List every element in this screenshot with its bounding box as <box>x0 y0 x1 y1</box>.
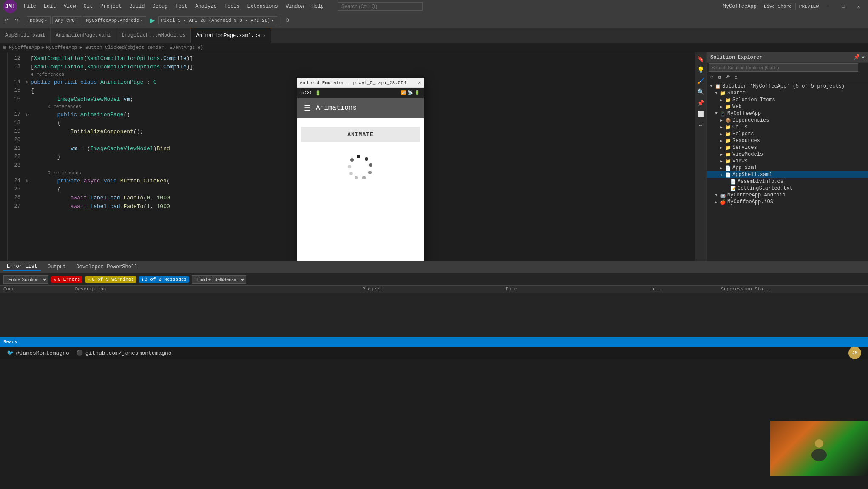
paintbrush-icon[interactable]: 🖌️ <box>696 76 706 85</box>
menu-help[interactable]: Help <box>308 3 327 10</box>
solution-explorer-tree: ▼ 📋 Solution 'MyCoffeeApp' (5 of 5 proje… <box>707 82 868 261</box>
vs-logo: JM! <box>3 0 17 13</box>
tree-item-services[interactable]: ▶ 📁 Services <box>707 144 868 151</box>
lightbulb-icon[interactable]: 💡 <box>696 65 706 74</box>
toolbar: ↩ ↪ Debug ▾ Any CPU ▾ MyCoffeeApp.Androi… <box>0 13 868 28</box>
menu-view[interactable]: View <box>60 3 79 10</box>
emulator-app-title: Animations <box>316 104 357 112</box>
warning-count-badge: ⚠ 0 of 3 Warnings <box>85 276 136 283</box>
menu-extensions[interactable]: Extensions <box>244 3 281 10</box>
toolbar-redo[interactable]: ↪ <box>12 17 21 24</box>
debug-mode-dropdown[interactable]: Debug ▾ <box>27 16 51 24</box>
tree-item-solution-items[interactable]: ▶ 📁 Solution Items <box>707 97 868 103</box>
cpu-dropdown[interactable]: Any CPU ▾ <box>52 16 82 24</box>
error-scope-dropdown[interactable]: Entire Solution <box>3 275 48 284</box>
toolbar-undo[interactable]: ↩ <box>2 17 11 24</box>
se-sync-button[interactable]: ⟳ <box>709 74 716 81</box>
run-button[interactable]: ▶ <box>148 16 156 24</box>
menu-project[interactable]: Project <box>97 3 125 10</box>
menu-analyze[interactable]: Analyze <box>192 3 220 10</box>
warning-icon: ⚠ <box>88 277 91 282</box>
chevron-down-icon2: ▾ <box>76 17 79 23</box>
tree-item-cells[interactable]: ▶ 📁 Cells <box>707 124 868 131</box>
github-item[interactable]: ⚫ github.com/jamesmontemagno <box>76 350 172 356</box>
loading-spinner <box>348 155 373 180</box>
global-search-input[interactable] <box>338 2 423 11</box>
video-thumbnail <box>770 421 868 476</box>
close-button[interactable]: ✕ <box>853 2 865 11</box>
twitter-item[interactable]: 🐦 @JamesMontemagno <box>7 350 69 356</box>
error-list-header: Error List Output Developer PowerShell <box>0 261 868 273</box>
tree-item-views[interactable]: ▶ 📁 Views <box>707 158 868 165</box>
se-collapse-button[interactable]: ⊟ <box>733 74 739 81</box>
user-avatar: JM <box>848 347 861 359</box>
menu-build[interactable]: Build <box>126 3 148 10</box>
status-text: Ready <box>3 339 17 344</box>
error-icon: ✕ <box>54 277 57 282</box>
avatar-initials: JM <box>852 351 857 355</box>
menu-file[interactable]: File <box>20 3 40 10</box>
menu-git[interactable]: Git <box>80 3 96 10</box>
tree-item-viewmodels[interactable]: ▶ 📁 ViewModels <box>707 151 868 158</box>
tree-item-solution[interactable]: ▼ 📋 Solution 'MyCoffeeApp' (5 of 5 proje… <box>707 83 868 90</box>
tree-item-ios[interactable]: ▶ 🍎 MyCoffeeApp.iOS <box>707 199 868 205</box>
zoom-icon[interactable]: 🔍 <box>696 87 706 97</box>
tab-appshell[interactable]: AppShell.xaml <box>0 28 51 43</box>
tree-item-appxaml[interactable]: ▶ 📄 App.xaml <box>707 165 868 171</box>
tree-item-appshell[interactable]: ▷ 📄 AppShell.xaml <box>707 171 868 178</box>
tab-developer-powershell[interactable]: Developer PowerShell <box>73 263 141 271</box>
error-count-label: 0 Errors <box>58 277 80 282</box>
pin-icon[interactable]: 📌 <box>696 98 706 108</box>
tab-imagecache-label: ImageCach...wModel.cs <box>121 32 185 38</box>
expand-icon[interactable]: ⬜ <box>696 109 706 119</box>
tab-animationpage-cs[interactable]: AnimationPage.xaml.cs ✕ <box>191 28 271 43</box>
more-icon[interactable]: ⋯ <box>696 120 706 130</box>
solution-explorer: Solution Explorer 📌 ✕ ⟳ ⊞ 👁 ⊟ ▼ 📋 Soluti… <box>706 52 868 261</box>
hamburger-icon[interactable]: ☰ <box>304 103 311 113</box>
tree-item-assemblyinfo[interactable]: 📄 AssemblyInfo.cs <box>707 178 868 185</box>
menu-tools[interactable]: Tools <box>221 3 243 10</box>
tree-item-android[interactable]: ▼ 🤖 MyCoffeeApp.Android <box>707 192 868 199</box>
left-gutter <box>0 52 8 261</box>
se-close-icon[interactable]: ✕ <box>862 54 865 60</box>
animate-button[interactable]: ANIMATE <box>301 127 420 142</box>
device-dropdown[interactable]: Pixel 5 - API 28 (Android 9.0 - API 28) … <box>158 16 277 24</box>
tab-animationpage[interactable]: AnimationPage.xaml <box>51 28 116 43</box>
se-filter-button[interactable]: ⊞ <box>717 74 723 81</box>
solution-explorer-search[interactable] <box>709 63 858 72</box>
svg-point-0 <box>815 439 823 448</box>
close-tab-icon[interactable]: ✕ <box>263 33 266 38</box>
tree-item-helpers[interactable]: ▶ 📁 Helpers <box>707 131 868 137</box>
tree-item-web[interactable]: ▶ 📁 Web <box>707 103 868 110</box>
maximize-button[interactable]: □ <box>837 2 849 11</box>
project-dropdown[interactable]: MyCoffeeApp.Android ▾ <box>83 16 146 24</box>
tab-output[interactable]: Output <box>44 263 69 271</box>
menu-debug[interactable]: Debug <box>149 3 171 10</box>
tree-item-gettingstarted[interactable]: 📝 GettingStarted.txt <box>707 185 868 192</box>
menu-edit[interactable]: Edit <box>40 3 60 10</box>
solution-explorer-header: Solution Explorer 📌 ✕ <box>707 52 868 63</box>
tree-item-mycoffeeapp[interactable]: ▼ 📱 MyCoffeeApp <box>707 110 868 117</box>
tree-item-shared[interactable]: ▼ 📁 Shared <box>707 90 868 97</box>
code-editor[interactable]: 12 [XamlCompilation(XamlCompilationOptio… <box>8 52 695 261</box>
twitter-icon: 🐦 <box>7 350 14 356</box>
live-share-button[interactable]: Live Share <box>760 3 796 10</box>
minimize-button[interactable]: ─ <box>822 2 834 11</box>
col-suppression: Suppression Sta... <box>721 287 865 292</box>
menu-test[interactable]: Test <box>172 3 191 10</box>
tab-error-list[interactable]: Error List <box>3 263 41 271</box>
preview-button[interactable]: PREVIEW <box>799 4 819 9</box>
menu-window[interactable]: Window <box>282 3 307 10</box>
status-bar: Ready <box>0 337 868 347</box>
breadcrumb-project: ⊞ MyCoffeeApp <box>3 45 40 50</box>
bookmark-icon[interactable]: 🔖 <box>696 54 706 63</box>
tab-imagecache[interactable]: ImageCach...wModel.cs <box>116 28 191 43</box>
tree-item-dependencies[interactable]: ▶ 📦 Dependencies <box>707 117 868 124</box>
tree-item-resources[interactable]: ▶ 📁 Resources <box>707 137 868 144</box>
se-pin-icon[interactable]: 📌 <box>854 54 860 60</box>
build-filter-dropdown[interactable]: Build + IntelliSense <box>192 275 246 284</box>
se-show-all-button[interactable]: 👁 <box>724 74 732 81</box>
toolbar-btn-extra[interactable]: ⚙ <box>283 17 292 24</box>
wifi-icon: 📶 <box>401 90 406 95</box>
emulator-close-button[interactable]: ✕ <box>418 79 421 86</box>
